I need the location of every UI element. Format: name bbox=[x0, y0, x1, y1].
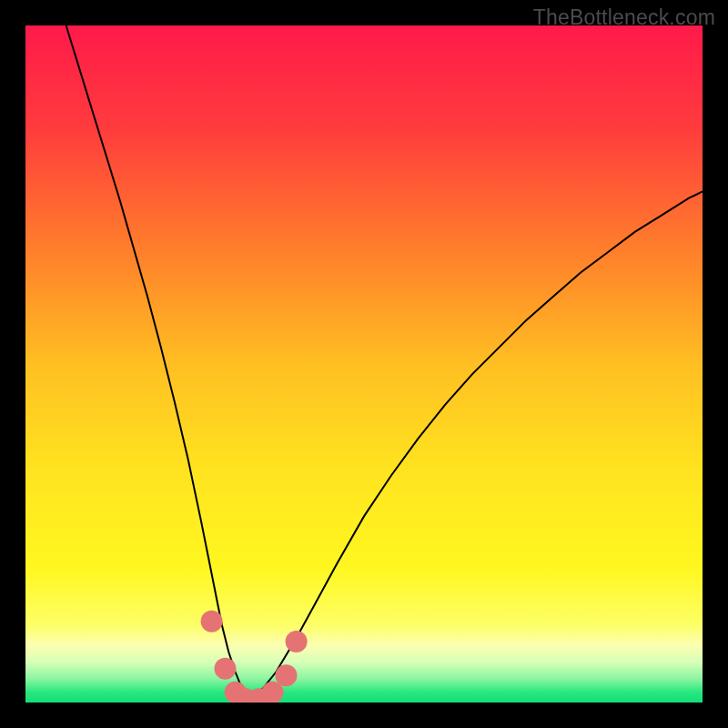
valley-marker bbox=[286, 631, 308, 652]
valley-marker bbox=[275, 664, 297, 686]
valley-marker bbox=[214, 658, 236, 680]
gradient-background bbox=[25, 25, 703, 703]
chart-frame: TheBottleneck.com bbox=[0, 0, 728, 728]
plot-area bbox=[25, 25, 703, 703]
watermark-text: TheBottleneck.com bbox=[533, 5, 715, 30]
chart-svg bbox=[25, 25, 703, 703]
valley-marker bbox=[201, 611, 223, 632]
